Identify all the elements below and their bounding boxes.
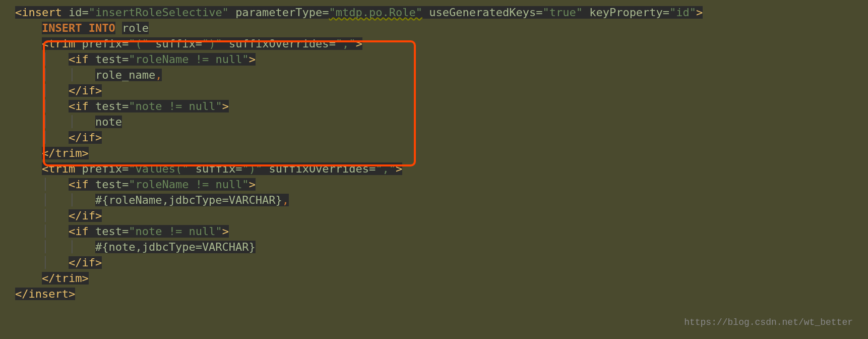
indent-guide: │ │ (42, 194, 95, 206)
xml-attr-value: "values(" (129, 162, 189, 175)
xml-attr-value: "true" (542, 6, 582, 19)
xml-attr-value: "roleName != null" (129, 178, 249, 191)
code-line[interactable]: │ <if test="note != null"> (15, 99, 868, 115)
xml-tag: <if (69, 225, 89, 238)
indent-guide: │ (42, 178, 69, 191)
code-line[interactable]: │ </if> (15, 83, 868, 99)
xml-attr-name: suffixOverrides (269, 162, 369, 175)
xml-attr-value: "insertRoleSelective" (89, 6, 229, 19)
code-text: #{roleName,jdbcType=VARCHAR} (95, 194, 282, 206)
code-line[interactable]: │ </if> (15, 208, 868, 224)
code-line[interactable]: │ </if> (15, 255, 868, 271)
xml-close-tag: </if> (69, 256, 102, 269)
indent-guide: │ (42, 225, 69, 238)
xml-attr-value: ")" (242, 162, 262, 175)
xml-attr-name: parameterType (235, 6, 322, 19)
xml-attr-name: test (95, 53, 122, 66)
xml-close-tag: </trim> (42, 272, 89, 285)
code-line[interactable]: │ │ note (15, 115, 868, 130)
code-text: #{note,jdbcType=VARCHAR} (95, 241, 256, 253)
code-line[interactable]: <trim prefix="values(" suffix=")" suffix… (15, 161, 868, 177)
xml-attr-name: suffix (155, 37, 195, 50)
xml-tag: <trim (42, 37, 75, 50)
xml-tag-close: > (356, 37, 362, 50)
code-line[interactable]: <insert id="insertRoleSelective" paramet… (15, 5, 868, 21)
code-line[interactable]: </insert> (15, 287, 868, 302)
xml-tag: <trim (42, 162, 75, 175)
comma: , (282, 194, 289, 206)
xml-attr-name: keyProperty (589, 6, 663, 19)
indent-guide: │ (42, 84, 69, 97)
code-text: note (95, 116, 122, 128)
xml-attr-value: "mtdp.po.Role" (329, 6, 422, 19)
code-line[interactable]: INSERT INTO role (15, 21, 868, 36)
indent-guide: │ (42, 209, 69, 222)
code-line[interactable]: │ <if test="roleName != null"> (15, 177, 868, 193)
code-line[interactable]: </trim> (15, 146, 868, 161)
xml-attr-name: prefix (82, 162, 121, 175)
xml-tag-close: > (249, 53, 256, 66)
xml-close-tag: </insert> (15, 288, 75, 300)
xml-tag-close: > (222, 100, 229, 112)
code-text: role_name (95, 69, 155, 81)
xml-attr-value: ")" (202, 37, 222, 50)
xml-attr-name: prefix (82, 37, 121, 50)
code-line[interactable]: │ <if test="note != null"> (15, 224, 868, 240)
xml-tag: <if (69, 100, 89, 112)
xml-close-tag: </trim> (42, 147, 89, 159)
indent-guide: │ (42, 131, 69, 144)
code-line[interactable]: │ │ role_name, (15, 68, 868, 83)
indent-guide: │ │ (42, 116, 95, 128)
xml-attr-name: suffix (196, 162, 235, 175)
xml-tag: <if (69, 53, 89, 66)
code-editor[interactable]: <insert id="insertRoleSelective" paramet… (0, 5, 868, 302)
xml-attr-name: suffixOverrides (229, 37, 329, 50)
xml-attr-name: test (95, 178, 122, 191)
xml-tag: <if (69, 178, 89, 191)
xml-attr-value: "id" (669, 6, 696, 19)
xml-tag-close: > (696, 6, 703, 19)
code-line[interactable]: │ │ #{roleName,jdbcType=VARCHAR}, (15, 193, 868, 208)
code-line[interactable]: </trim> (15, 271, 868, 287)
watermark: https://blog.csdn.net/wt_better (684, 316, 853, 329)
xml-attr-value: "roleName != null" (129, 53, 249, 66)
xml-close-tag: </if> (69, 209, 102, 222)
xml-attr-value: "note != null" (129, 225, 222, 238)
indent-guide: │ │ (42, 69, 95, 81)
indent-guide: │ (42, 256, 69, 269)
indent-guide: │ (42, 53, 69, 66)
indent-guide: │ │ (42, 241, 95, 253)
xml-tag: <insert (15, 6, 62, 19)
code-line[interactable]: <trim prefix="(" suffix=")" suffixOverri… (15, 36, 868, 52)
xml-attr-value: "note != null" (129, 100, 222, 112)
xml-close-tag: </if> (69, 84, 102, 97)
xml-attr-value: "," (376, 162, 396, 175)
xml-attr-name: id (69, 6, 82, 19)
xml-tag-close: > (222, 225, 229, 238)
sql-keyword: INSERT INTO (42, 22, 115, 34)
xml-attr-value: "," (336, 37, 356, 50)
xml-tag-close: > (249, 178, 256, 191)
xml-tag-close: > (396, 162, 402, 175)
sql-table: role (122, 22, 149, 34)
code-line[interactable]: │ │ #{note,jdbcType=VARCHAR} (15, 240, 868, 255)
xml-attr-value: "(" (129, 37, 149, 50)
xml-attr-name: test (95, 225, 122, 238)
code-line[interactable]: │ </if> (15, 130, 868, 146)
xml-close-tag: </if> (69, 131, 102, 144)
xml-attr-name: test (95, 100, 122, 112)
xml-attr-name: useGeneratedKeys (429, 6, 536, 19)
comma: , (155, 69, 162, 81)
code-line[interactable]: │ <if test="roleName != null"> (15, 52, 868, 68)
indent-guide: │ (42, 100, 69, 112)
